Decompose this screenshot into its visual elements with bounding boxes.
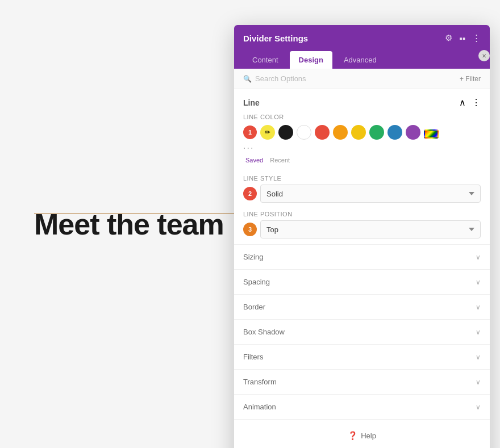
transform-chevron: ∨ [476, 378, 481, 386]
dots-row: ... [243, 140, 481, 154]
box-shadow-chevron: ∨ [476, 328, 481, 336]
search-placeholder[interactable]: Search Options [255, 74, 306, 83]
line-style-field-wrap: 2 Solid Dashed Dotted Double [243, 185, 481, 203]
line-style-label: Line Style [243, 175, 481, 182]
panel-body: Line ∧ ⋮ Line Color 1 ✏ [234, 89, 490, 448]
more-icon[interactable]: ⋮ [472, 33, 481, 43]
tab-bar: Content Design Advanced [234, 51, 490, 69]
line-position-label: Line Position [243, 211, 481, 217]
header-icons: ⚙ ▪▪ ⋮ [445, 33, 481, 43]
color-swatch-purple[interactable] [406, 125, 420, 140]
filters-chevron: ∨ [476, 353, 481, 361]
color-swatches-row: 1 ✏ [243, 125, 481, 140]
search-input-wrap: 🔍 Search Options [243, 74, 306, 83]
filters-section: Filters ∨ [234, 345, 490, 370]
line-section: Line ∧ ⋮ Line Color 1 ✏ [234, 89, 490, 245]
collapse-icon[interactable]: ∧ [459, 97, 466, 108]
recent-link[interactable]: Recent [270, 157, 290, 164]
border-section: Border ∨ [234, 295, 490, 320]
sizing-chevron: ∨ [476, 253, 481, 261]
color-swatch-custom[interactable] [424, 129, 439, 139]
step-badge-2: 2 [243, 187, 257, 200]
line-section-header: Line ∧ ⋮ [234, 89, 490, 114]
help-icon: ❓ [348, 431, 357, 440]
spacing-label: Spacing [243, 278, 270, 286]
line-position-row: Line Position 3 Top Center Bottom [234, 208, 490, 244]
line-color-section: Line Color 1 ✏ ... [234, 114, 490, 173]
line-style-row: Line Style 2 Solid Dashed Dotted Double [234, 173, 490, 208]
color-swatch-red[interactable] [315, 125, 330, 140]
color-swatch-orange[interactable] [333, 125, 348, 140]
help-text[interactable]: Help [361, 432, 376, 440]
box-shadow-header[interactable]: Box Shadow ∨ [234, 320, 490, 344]
sizing-header[interactable]: Sizing ∨ [234, 245, 490, 269]
saved-link[interactable]: Saved [245, 157, 263, 164]
color-swatch-yellow[interactable] [351, 125, 366, 140]
box-shadow-section: Box Shadow ∨ [234, 320, 490, 345]
panel-close-button[interactable]: ✕ [478, 50, 490, 61]
panel-title: Divider Settings [243, 34, 308, 43]
spacing-chevron: ∨ [476, 278, 481, 286]
sizing-section: Sizing ∨ [234, 245, 490, 270]
border-header[interactable]: Border ∨ [234, 295, 490, 319]
filters-header[interactable]: Filters ∨ [234, 345, 490, 369]
color-swatch-black[interactable] [278, 125, 293, 140]
color-label: Line Color [243, 114, 481, 120]
color-swatch-white[interactable] [297, 125, 311, 140]
saved-recent-row: Saved Recent [245, 154, 481, 165]
step-badge-1: 1 [243, 125, 257, 139]
settings-icon[interactable]: ⚙ [445, 33, 452, 43]
search-icon: 🔍 [243, 75, 252, 83]
transform-header[interactable]: Transform ∨ [234, 370, 490, 394]
more-colors-dots[interactable]: ... [243, 141, 254, 150]
columns-icon[interactable]: ▪▪ [459, 34, 465, 43]
step-badge-3: 3 [243, 223, 257, 236]
line-position-field-wrap: 3 Top Center Bottom [243, 220, 481, 238]
box-shadow-label: Box Shadow [243, 328, 285, 336]
color-swatch-pencil[interactable]: ✏ [260, 125, 275, 140]
tab-advanced[interactable]: Advanced [335, 51, 386, 69]
panel-header: Divider Settings ⚙ ▪▪ ⋮ [234, 25, 490, 51]
search-bar: 🔍 Search Options + Filter [234, 69, 490, 89]
color-swatch-blue[interactable] [388, 125, 402, 140]
page-heading: Meet the team [34, 207, 224, 241]
line-style-select[interactable]: Solid Dashed Dotted Double [260, 185, 481, 203]
color-swatch-green[interactable] [369, 125, 384, 140]
section-controls: ∧ ⋮ [459, 97, 481, 108]
animation-label: Animation [243, 403, 276, 411]
sizing-label: Sizing [243, 253, 263, 261]
animation-section: Animation ∨ [234, 395, 490, 420]
line-section-title: Line [243, 98, 260, 107]
transform-label: Transform [243, 378, 277, 386]
spacing-section: Spacing ∨ [234, 270, 490, 295]
filters-label: Filters [243, 353, 263, 361]
filter-button[interactable]: + Filter [460, 75, 481, 83]
transform-section: Transform ∨ [234, 370, 490, 395]
settings-panel: Divider Settings ⚙ ▪▪ ⋮ Content Design A… [234, 25, 490, 448]
border-label: Border [243, 303, 265, 311]
spacing-header[interactable]: Spacing ∨ [234, 270, 490, 294]
animation-header[interactable]: Animation ∨ [234, 395, 490, 419]
help-section: ❓ Help [234, 420, 490, 448]
tab-design[interactable]: Design [290, 51, 332, 69]
border-chevron: ∨ [476, 303, 481, 311]
animation-chevron: ∨ [476, 403, 481, 411]
section-more-icon[interactable]: ⋮ [472, 97, 481, 108]
line-position-select[interactable]: Top Center Bottom [260, 220, 481, 238]
tab-content[interactable]: Content [243, 51, 288, 69]
